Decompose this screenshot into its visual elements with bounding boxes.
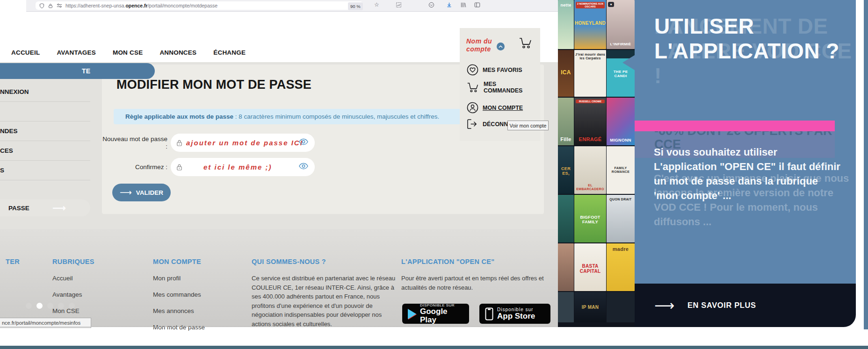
movie-poster[interactable]: ♥: [607, 292, 635, 322]
show-password-icon[interactable]: [299, 163, 308, 170]
movie-poster[interactable]: QUON DRAIT ♥: [607, 195, 635, 242]
confirm-password-input[interactable]: et ici le même ;): [171, 158, 315, 176]
new-password-annotation: ajouter un mot de passe ICI: [186, 139, 303, 147]
movie-poster[interactable]: 2 NOMINATIONS AUX OSCARS HONEYLAND ♥: [574, 0, 606, 49]
footer-link-avantages[interactable]: Avantages: [52, 291, 94, 298]
nav-avantages[interactable]: AVANTAGES: [57, 49, 96, 56]
google-play-badge[interactable]: DISPONIBLE SURGoogle Play: [402, 304, 469, 324]
promo-panel: LANCEMENT DE LA 1ERE VOD CCE ! UTILISER …: [635, 0, 856, 284]
sidebar-item-annonces[interactable]: CES: [0, 141, 90, 161]
movie-poster[interactable]: L'INFIRMIÈ ♥: [607, 0, 635, 49]
en-savoir-plus-button[interactable]: ⟶ EN SAVOIR PLUS: [635, 284, 856, 327]
movie-poster[interactable]: madre ♥: [607, 243, 635, 291]
browser-toolbar: https://adherent-snep-unsa.opence.fr/por…: [26, 0, 558, 12]
footer-contact-fragment: TER: [0, 258, 20, 265]
permissions-icon[interactable]: [57, 3, 62, 8]
footer-link-mon-profil[interactable]: Mon profil: [153, 275, 205, 282]
url-bar[interactable]: https://adherent-snep-unsa.opence.fr/por…: [36, 1, 363, 10]
app-store-badge[interactable]: Disponible surApp Store: [479, 304, 550, 324]
poster-title: madre: [607, 246, 635, 252]
movie-poster[interactable]: ♥: [558, 292, 574, 322]
bookmark-star-icon[interactable]: ☆: [374, 1, 379, 8]
footer-link-accueil[interactable]: Accueil: [52, 275, 94, 282]
movie-poster[interactable]: ♥: [558, 195, 574, 242]
favorite-heart-icon[interactable]: ♥: [608, 2, 614, 7]
sidebar-item-commandes[interactable]: NDES: [0, 121, 90, 141]
screen: https://adherent-snep-unsa.opence.fr/por…: [0, 0, 868, 349]
voir-mon-compte-tooltip: Voir mon compte: [507, 121, 549, 130]
footer-about: QUI SOMMES-NOUS ? Ce service est distrib…: [252, 258, 397, 328]
google-play-icon: [408, 309, 416, 319]
download-icon[interactable]: [446, 2, 452, 8]
cart-icon[interactable]: [519, 37, 533, 49]
promo-notch: [622, 55, 635, 70]
valider-button[interactable]: ⟶ VALIDER: [112, 184, 171, 201]
main-nav: ACCUEIL AVANTAGES MON CSE ANNONCES ÉCHAN…: [11, 49, 246, 56]
page-footer: TER RUBRIQUES Accueil Avantages Mon CSE …: [0, 229, 558, 327]
sidebar-item-favoris[interactable]: S: [0, 160, 90, 180]
movie-poster[interactable]: FAMILY ROMANCE ♥: [607, 146, 635, 194]
footer-link-mes-commandes[interactable]: Mes commandes: [153, 291, 205, 298]
sidebar-item-hidden[interactable]: [0, 101, 90, 121]
zoom-level-badge[interactable]: 90 %: [348, 2, 363, 10]
footer-link-mot-de-passe[interactable]: Mon mot de passe: [153, 324, 205, 331]
movie-poster[interactable]: BIGFOOT FAMILY ♥: [574, 195, 606, 242]
movie-poster[interactable]: RUSSELL CROWE ENRAGÉ ♥: [574, 98, 606, 145]
sidebar-item-mot-de-passe-active[interactable]: PASSE ⟶: [0, 199, 90, 216]
menu-deconnexion[interactable]: DÉCONN: [467, 119, 508, 129]
movie-poster[interactable]: EL EMBARCADERO ♥: [574, 146, 606, 194]
sidebar-toggle-icon[interactable]: [474, 2, 480, 8]
movie-poster[interactable]: ♥: [558, 243, 574, 291]
about-text: Ce service est distribué en partenariat …: [252, 274, 397, 328]
sidebar-header-mon-compte[interactable]: TE: [0, 63, 155, 79]
chevron-up-icon[interactable]: [497, 43, 505, 50]
new-password-input[interactable]: ajouter un mot de passe ICI: [171, 134, 315, 152]
screenshot-icon[interactable]: [396, 2, 402, 8]
nav-annonces[interactable]: ANNONCES: [159, 49, 196, 56]
show-password-icon[interactable]: [299, 138, 308, 145]
carousel-dot[interactable]: [58, 303, 64, 309]
menu-mon-compte[interactable]: MON COMPTE: [467, 102, 523, 114]
poster-title: EL EMBARCADERO: [574, 184, 606, 191]
nav-accueil[interactable]: ACCUEIL: [11, 49, 40, 56]
movie-poster[interactable]: BASTA CAPITAL ♥: [574, 243, 606, 291]
poster-title: BIGFOOT FAMILY: [574, 215, 606, 225]
poster-banner-text: 2 NOMINATIONS AUX OSCARS: [576, 2, 605, 8]
lock-icon: [176, 164, 182, 171]
lock-icon[interactable]: [48, 3, 53, 8]
poster-title: HONEYLAND: [574, 21, 606, 26]
library-icon[interactable]: [460, 2, 466, 8]
poster-title: CER ES,: [558, 166, 574, 176]
footer-mon-compte: MON COMPTE Mon profil Mes commandes Mes …: [153, 258, 205, 331]
apple-phone-icon: [485, 307, 493, 321]
movie-poster[interactable]: Fille ♥: [558, 98, 574, 145]
cart-icon: [467, 81, 479, 93]
nav-echange[interactable]: ÉCHANGE: [213, 49, 246, 56]
movie-poster[interactable]: J'irai mourir dans les Carpates ♥: [574, 50, 606, 97]
poster-title: FAMILY ROMANCE: [607, 166, 635, 174]
poster-title: ICA: [558, 70, 574, 76]
menu-mes-favoris[interactable]: MES FAVORIS: [467, 64, 522, 76]
shield-icon[interactable]: [39, 3, 44, 8]
menu-mes-commandes[interactable]: MES COMMANDES: [467, 81, 523, 94]
url-text: https://adherent-snep-unsa.opence.fr/por…: [65, 3, 217, 8]
movie-poster[interactable]: IP MAN ♥: [574, 292, 606, 322]
sidebar-item-connexion[interactable]: NNEXION: [0, 82, 90, 102]
carousel-dot[interactable]: [69, 303, 75, 309]
carousel-dot-active[interactable]: [36, 303, 43, 309]
footer-link-mes-annonces[interactable]: Mes annonces: [153, 307, 205, 314]
nav-mon-cse[interactable]: MON CSE: [113, 49, 143, 56]
confirm-password-annotation: et ici le même ;): [203, 163, 272, 171]
arrow-right-icon: ⟶: [654, 297, 674, 313]
account-name[interactable]: Nom ducompte: [466, 37, 492, 53]
movie-poster[interactable]: ICA ♥: [558, 50, 574, 97]
movie-poster[interactable]: CER ES, ♥: [558, 146, 574, 194]
pocket-icon[interactable]: [428, 2, 434, 8]
window-bottom-edge: [0, 327, 558, 327]
app-text: Pour être averti partout et en temps rée…: [401, 274, 546, 292]
movie-poster[interactable]: MIGNONN ♥: [607, 98, 635, 145]
carousel-dot[interactable]: [47, 303, 53, 309]
poster-title: nette: [558, 3, 574, 7]
movie-poster[interactable]: nette ♥: [558, 0, 574, 49]
carousel-dot[interactable]: [26, 303, 32, 309]
